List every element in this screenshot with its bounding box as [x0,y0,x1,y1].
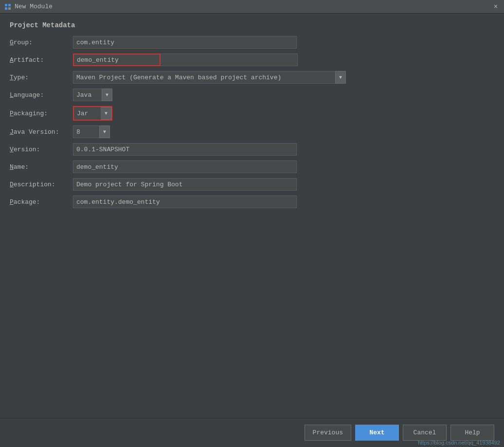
package-row: Package: [10,196,494,208]
section-title: Project Metadata [10,21,494,29]
previous-button[interactable]: Previous [305,425,351,441]
language-dropdown-arrow[interactable]: ▼ [102,89,112,101]
type-dropdown-arrow[interactable]: ▼ [335,71,346,84]
package-label: Package: [10,198,73,206]
module-icon [4,3,12,11]
svg-rect-0 [5,4,7,6]
next-button[interactable]: Next [355,425,399,441]
svg-rect-3 [8,7,11,10]
dialog-body: Project Metadata Group: Artifact: Type: … [0,14,504,221]
group-label: Group: [10,39,73,46]
help-button[interactable]: Help [450,425,494,441]
description-row: Description: [10,178,494,191]
packaging-label: Packaging: [10,110,73,117]
artifact-input-rest[interactable] [161,54,298,66]
java-version-select[interactable]: 8 11 17 [73,125,100,138]
spacer [0,221,504,391]
close-button[interactable]: × [491,2,500,11]
type-text: Maven Project (Generate a Maven based pr… [73,71,336,84]
artifact-label: Artifact: [10,56,73,64]
dialog-title: New Module [15,3,53,10]
packaging-select[interactable]: Jar War [74,107,101,120]
svg-rect-2 [5,7,7,10]
version-row: Version: [10,143,494,156]
group-row: Group: [10,36,494,49]
packaging-wrapper: Jar War ▼ [73,106,112,121]
java-version-row: Java Version: 8 11 17 ▼ [10,125,494,138]
name-input[interactable] [73,161,297,173]
java-version-wrapper: 8 11 17 ▼ [73,125,110,138]
description-label: Description: [10,181,73,188]
java-version-label: Java Version: [10,128,73,136]
java-version-dropdown-arrow[interactable]: ▼ [99,125,110,138]
type-wrapper: Maven Project (Generate a Maven based pr… [73,71,346,84]
language-wrapper: Java Kotlin Groovy ▼ [73,89,112,101]
packaging-dropdown-arrow[interactable]: ▼ [101,107,111,120]
name-label: Name: [10,163,73,171]
artifact-input[interactable] [73,54,161,66]
cancel-button[interactable]: Cancel [403,425,447,441]
language-label: Language: [10,91,73,99]
title-bar-left: New Module [4,3,53,11]
language-row: Language: Java Kotlin Groovy ▼ [10,89,494,101]
language-select[interactable]: Java Kotlin Groovy [73,89,102,101]
packaging-row: Packaging: Jar War ▼ [10,106,494,121]
type-label: Type: [10,74,73,81]
svg-rect-1 [8,4,11,6]
artifact-container [73,54,298,66]
title-bar: New Module × [0,0,504,14]
name-row: Name: [10,161,494,173]
watermark-url: https://blog.csdn.net/qq_41938492 [418,440,500,446]
description-input[interactable] [73,178,297,191]
version-label: Version: [10,146,73,153]
artifact-row: Artifact: [10,54,494,66]
group-input[interactable] [73,36,297,49]
package-input[interactable] [73,196,297,208]
type-row: Type: Maven Project (Generate a Maven ba… [10,71,494,84]
version-input[interactable] [73,143,297,156]
